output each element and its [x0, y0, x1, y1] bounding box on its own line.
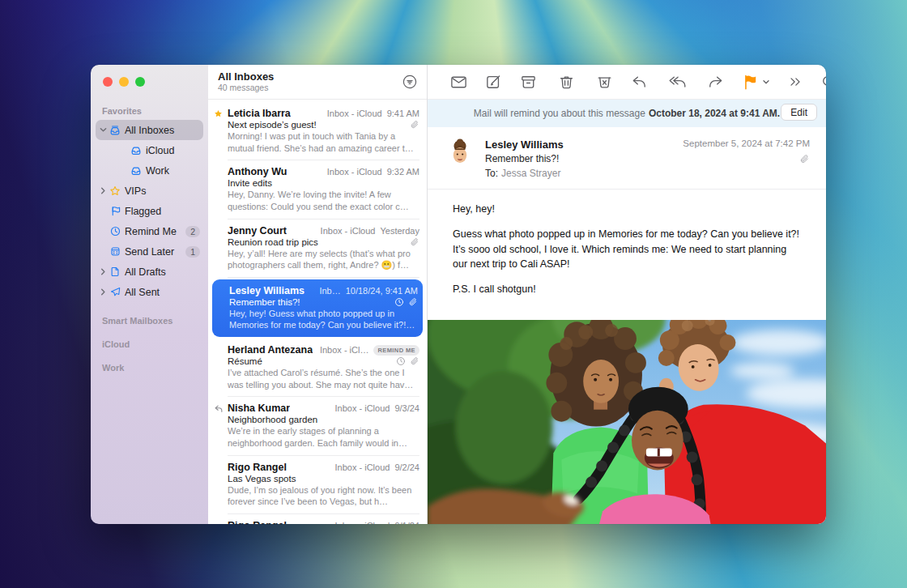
junk-icon[interactable]	[587, 73, 622, 92]
sidebar-item-icloud-inbox[interactable]: iCloud	[96, 140, 203, 160]
mailbox-label: Inbox - iCloud	[321, 226, 376, 236]
preview: Dude, I’m so jealous of you right now. I…	[228, 484, 419, 508]
inbox-tray-icon	[130, 145, 143, 156]
sender: Rigo Rangel	[228, 462, 287, 473]
subject: Las Vegas spots	[228, 474, 419, 484]
avatar	[445, 138, 475, 168]
time: 9:32 AM	[387, 167, 419, 177]
get-mail-envelope-icon[interactable]	[441, 73, 476, 92]
sidebar-item-flagged[interactable]: Flagged	[96, 201, 203, 221]
mailbox-label: Inbox - iCl…	[320, 345, 369, 355]
sender: Nisha Kumar	[228, 403, 290, 414]
subject: Reunion road trip pics	[228, 237, 410, 247]
smart-mailboxes-section-label[interactable]: Smart Mailboxes	[102, 316, 208, 326]
archive-icon[interactable]	[511, 73, 546, 92]
sidebar-item-all-sent[interactable]: All Sent	[96, 282, 203, 302]
message-row[interactable]: Leticia Ibarra Inbox - iCloud9:41 AM Nex…	[208, 102, 427, 160]
message-body: Hey, hey! Guess what photo popped up in …	[428, 190, 826, 320]
sidebar-item-remind-me[interactable]: Remind Me 2	[96, 221, 203, 241]
zoom-window-button[interactable]	[135, 77, 145, 87]
flag-icon[interactable]	[733, 73, 761, 92]
clock-icon	[109, 226, 121, 236]
sidebar-item-label: iCloud	[146, 145, 174, 156]
mailbox-label: Inbox - iCloud	[335, 403, 390, 413]
filter-icon[interactable]	[401, 73, 419, 91]
remind-me-badge: REMIND ME	[373, 345, 419, 356]
message-row[interactable]: Nisha Kumar Inbox - iCloud9/3/24 Neighbo…	[208, 397, 427, 455]
document-icon	[109, 266, 121, 277]
preview: I’ve attached Carol’s résumé. She’s the …	[228, 367, 419, 390]
close-window-button[interactable]	[103, 77, 113, 87]
message-row[interactable]: Rigo Rangel Inbox - iCloud9/2/24 Las Veg…	[208, 456, 427, 514]
subject: Invite edits	[228, 178, 419, 188]
chevron-right-icon[interactable]	[98, 268, 109, 275]
sender: Rigo Rangel	[228, 520, 287, 524]
sidebar: Favorites All Inboxes iCloud Work	[91, 65, 208, 524]
minimize-window-button[interactable]	[119, 77, 129, 87]
mailbox-label: Inbox - iCloud	[327, 109, 382, 118]
icloud-section-label[interactable]: iCloud	[102, 339, 208, 349]
reply-all-icon[interactable]	[660, 73, 695, 92]
reply-icon[interactable]	[622, 73, 657, 92]
message-row[interactable]: Anthony Wu Inbox - iCloud9:32 AM Invite …	[208, 160, 427, 219]
paperclip-icon	[410, 120, 419, 130]
toolbar	[428, 65, 826, 100]
calendar-icon	[109, 246, 121, 257]
time: Yesterday	[380, 226, 419, 236]
sidebar-item-all-drafts[interactable]: All Drafts	[96, 262, 203, 282]
subject: Résumé	[228, 356, 396, 366]
forward-icon[interactable]	[698, 73, 733, 92]
inbox-tray-icon	[130, 165, 143, 177]
chevron-down-icon[interactable]	[98, 126, 109, 134]
photo-attachment[interactable]	[428, 320, 826, 524]
sender: Jenny Court	[228, 225, 287, 236]
message-header: Lesley Williams Remember this?! To:Jessa…	[428, 127, 826, 190]
clock-icon	[394, 297, 404, 307]
time: 9/3/24	[394, 403, 419, 413]
flag-icon	[109, 206, 121, 216]
chevron-down-icon[interactable]	[761, 77, 779, 87]
star-icon	[214, 108, 228, 160]
preview: Hey, y’all! Here are my selects (that’s …	[228, 248, 419, 271]
sidebar-item-vips[interactable]: VIPs	[96, 181, 203, 201]
sender: Lesley Williams	[229, 285, 304, 296]
mailbox-title: All Inboxes	[218, 71, 274, 83]
sidebar-item-send-later[interactable]: Send Later 1	[96, 241, 203, 262]
paperclip-icon[interactable]	[683, 154, 810, 164]
time: 9/1/24	[394, 521, 419, 524]
message-row[interactable]: Jenny Court Inbox - iCloudYesterday Reun…	[208, 219, 427, 278]
sidebar-item-label: Flagged	[125, 206, 161, 217]
reminder-banner: Mail will remind you about this message …	[428, 100, 826, 127]
desktop-wallpaper: { "colors":{"accent":"#1f7bf4","selectio…	[0, 0, 907, 588]
compose-icon[interactable]	[476, 73, 511, 92]
work-section-label[interactable]: Work	[102, 363, 208, 373]
replied-arrow-icon	[214, 403, 228, 455]
sidebar-item-all-inboxes[interactable]: All Inboxes	[96, 120, 203, 140]
message-list: Leticia Ibarra Inbox - iCloud9:41 AM Nex…	[208, 100, 427, 524]
recipient[interactable]: Jessa Strayer	[501, 168, 560, 179]
more-chevrons-icon[interactable]	[779, 74, 811, 90]
sidebar-item-work-inbox[interactable]: Work	[96, 160, 203, 181]
message-view-pane: Mail will remind you about this message …	[428, 65, 826, 524]
message-row[interactable]: Herland Antezana Inbox - iCl…REMIND ME R…	[208, 339, 427, 397]
reminder-date: October 18, 2024 at 9:41 AM.	[649, 108, 780, 119]
preview: Hey, Danny. We’re loving the invite! A f…	[228, 189, 419, 212]
sidebar-item-label: Remind Me	[125, 226, 177, 237]
edit-reminder-button[interactable]: Edit	[781, 104, 817, 121]
all-inboxes-tray-icon	[109, 125, 121, 136]
chevron-right-icon[interactable]	[98, 187, 109, 194]
mailbox-label: Inbox - iCloud	[327, 167, 382, 177]
sender-name: Lesley Williams	[485, 138, 683, 151]
sender: Herland Antezana	[228, 344, 313, 356]
trash-icon[interactable]	[549, 73, 584, 92]
time: 9/2/24	[394, 462, 419, 472]
message-row[interactable]: Rigo Rangel Inbox - iCloud9/1/24	[208, 514, 427, 524]
chevron-right-icon[interactable]	[98, 288, 109, 296]
message-count: 40 messages	[218, 83, 274, 92]
preview: Hey, hey! Guess what photo popped up in …	[229, 308, 418, 331]
message-row-selected[interactable]: Lesley Williams Inb…10/18/24, 9:41 AM Re…	[212, 279, 423, 337]
paperclip-icon	[410, 356, 419, 366]
sidebar-item-label: Work	[146, 165, 169, 177]
search-icon[interactable]	[811, 73, 826, 91]
paperplane-icon	[109, 287, 121, 297]
